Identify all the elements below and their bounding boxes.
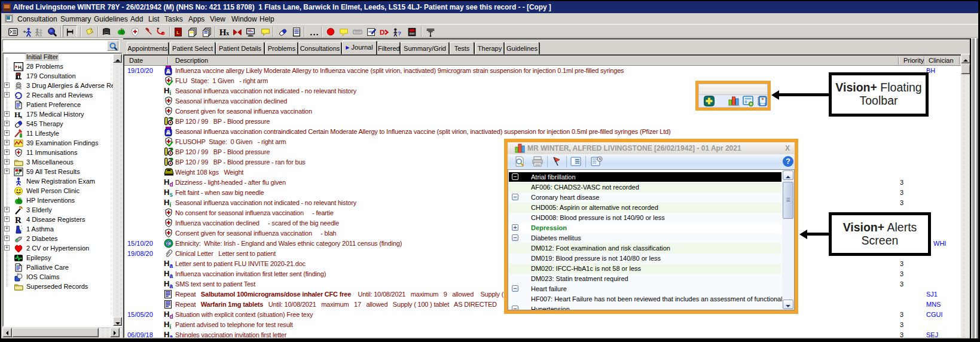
svg-text:L: L xyxy=(176,30,179,35)
svg-text:D: D xyxy=(380,28,384,36)
svg-text:R: R xyxy=(15,215,22,224)
svg-text:x: x xyxy=(21,67,23,71)
svg-text:?: ? xyxy=(398,30,401,36)
svg-text:x: x xyxy=(20,114,23,119)
svg-text:E: E xyxy=(167,240,170,246)
